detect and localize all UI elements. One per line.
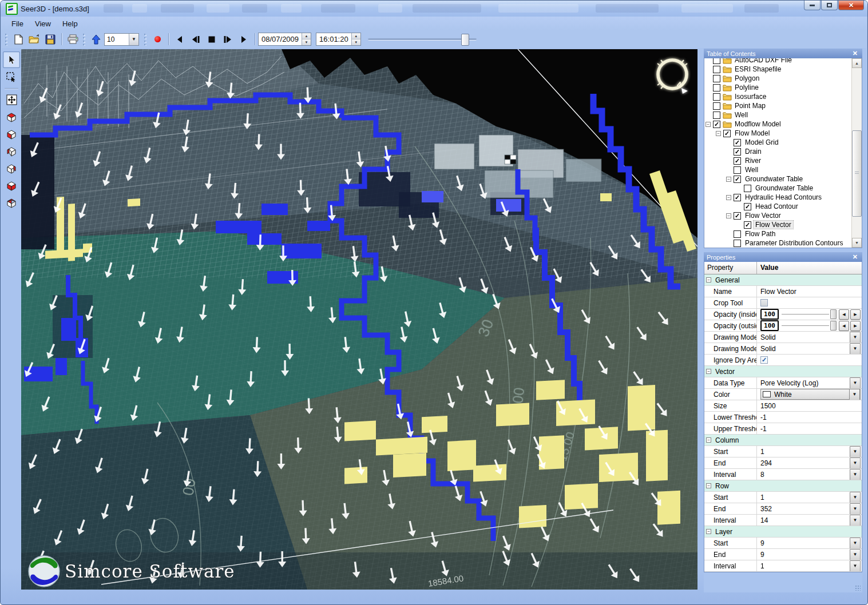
slider-right-icon[interactable]: ▶ bbox=[850, 321, 861, 331]
toc-item-hydraulic-head-contours[interactable]: −✓Hydraulic Head Contours bbox=[704, 193, 851, 202]
property-row-opacity-outside[interactable]: Opacity (outside100◀▶ bbox=[704, 320, 862, 332]
tree-expander-icon[interactable]: − bbox=[726, 213, 734, 218]
tree-checkbox[interactable] bbox=[713, 93, 720, 101]
new-file-button[interactable] bbox=[10, 31, 26, 47]
tree-checkbox[interactable] bbox=[734, 230, 741, 238]
property-row-interval[interactable]: Interval1▼ bbox=[704, 560, 862, 572]
toc-item-flow-vector[interactable]: ✓Flow Vector bbox=[704, 220, 851, 229]
tree-checkbox[interactable]: ✓ bbox=[713, 121, 720, 128]
opacity-slider-track[interactable] bbox=[782, 325, 829, 326]
property-row-general[interactable]: −General bbox=[704, 274, 862, 286]
property-row-end[interactable]: End9▼ bbox=[704, 549, 862, 560]
menu-view[interactable]: View bbox=[30, 18, 56, 30]
menu-file[interactable]: File bbox=[6, 18, 29, 30]
color-combo[interactable]: White▼ bbox=[760, 389, 861, 400]
toc-item-polyline[interactable]: Polyline bbox=[704, 83, 851, 92]
toc-item-parameter-distribution-contours[interactable]: Parameter Distribution Contours bbox=[704, 238, 851, 248]
minimize-button[interactable] bbox=[804, 1, 821, 10]
tree-checkbox[interactable] bbox=[713, 112, 720, 119]
chevron-down-icon[interactable]: ▼ bbox=[850, 492, 861, 503]
toc-item-model-grid[interactable]: ✓Model Grid bbox=[704, 138, 851, 147]
time-field[interactable]: 16:01:20 ▲▼ bbox=[316, 33, 361, 46]
view-right-button[interactable] bbox=[3, 160, 20, 177]
toc-item-isosurface[interactable]: Isosurface bbox=[704, 92, 851, 101]
capture-button[interactable] bbox=[88, 31, 104, 47]
play-forward-button[interactable] bbox=[236, 31, 252, 47]
step-reverse-button[interactable] bbox=[188, 31, 204, 47]
toc-item-flow-path[interactable]: Flow Path bbox=[704, 229, 851, 238]
chevron-down-icon[interactable]: ▼ bbox=[850, 446, 861, 457]
tree-checkbox[interactable] bbox=[734, 166, 741, 174]
play-reverse-button[interactable] bbox=[172, 31, 188, 47]
chevron-down-icon[interactable]: ▼ bbox=[129, 34, 138, 45]
toc-item-well[interactable]: Well bbox=[704, 110, 851, 120]
save-file-button[interactable] bbox=[42, 31, 58, 47]
view-bottom-button[interactable] bbox=[3, 126, 20, 142]
tree-checkbox[interactable]: ✓ bbox=[744, 203, 751, 210]
chevron-down-icon[interactable]: ▼ bbox=[849, 389, 860, 400]
property-row-layer[interactable]: −Layer bbox=[704, 526, 862, 538]
slider-left-icon[interactable]: ◀ bbox=[839, 321, 849, 331]
value-checkbox[interactable]: ✓ bbox=[760, 356, 768, 364]
print-button[interactable] bbox=[65, 31, 81, 47]
toc-item-well[interactable]: Well bbox=[704, 165, 851, 174]
chevron-down-icon[interactable]: ▼ bbox=[850, 538, 861, 548]
property-row-drawing-mode-[interactable]: Drawing Mode (Solid▼ bbox=[704, 332, 862, 343]
scroll-down-icon[interactable]: ▼ bbox=[852, 238, 862, 248]
tree-checkbox[interactable] bbox=[713, 66, 720, 73]
slider-left-icon[interactable]: ◀ bbox=[839, 309, 849, 320]
date-spinner[interactable]: ▲▼ bbox=[302, 33, 311, 45]
tree-checkbox[interactable] bbox=[713, 75, 720, 82]
property-row-ignore-dry-areas[interactable]: Ignore Dry Areas✓ bbox=[704, 355, 862, 366]
property-row-interval[interactable]: Interval8▼ bbox=[704, 469, 862, 480]
time-slider[interactable] bbox=[368, 33, 477, 45]
toc-item-flow-model[interactable]: −✓Flow Model bbox=[704, 129, 851, 138]
time-spinner[interactable]: ▲▼ bbox=[351, 33, 360, 45]
property-row-end[interactable]: End352▼ bbox=[704, 503, 862, 515]
scroll-up-icon[interactable]: ▲ bbox=[852, 58, 862, 68]
chevron-down-icon[interactable]: ▼ bbox=[850, 377, 861, 388]
toc-item-esri-shapefile[interactable]: ESRI Shapefile bbox=[704, 65, 851, 74]
property-row-column[interactable]: −Column bbox=[704, 435, 862, 446]
view-top-button[interactable] bbox=[3, 109, 20, 125]
view-left-button[interactable] bbox=[3, 143, 20, 160]
tree-checkbox[interactable]: ✓ bbox=[734, 148, 741, 156]
view-back-button[interactable] bbox=[3, 194, 20, 211]
toc-item-groundwater-table[interactable]: −✓Groundwater Table bbox=[704, 174, 851, 184]
collapse-icon[interactable]: − bbox=[706, 483, 711, 488]
title-bar[interactable]: Seer3D - [demo.s3d] ✕ bbox=[1, 1, 867, 17]
tree-checkbox[interactable]: ✓ bbox=[734, 139, 741, 146]
toc-item-groundwater-table[interactable]: Groundwater Table bbox=[704, 184, 851, 193]
toc-item-flow-vector[interactable]: −✓Flow Vector bbox=[704, 211, 851, 220]
step-forward-button[interactable] bbox=[220, 31, 236, 47]
property-row-interval[interactable]: Interval14▼ bbox=[704, 515, 862, 526]
chevron-down-icon[interactable]: ▼ bbox=[850, 503, 861, 514]
tree-checkbox[interactable] bbox=[734, 240, 741, 247]
maximize-button[interactable] bbox=[821, 1, 838, 10]
toc-item-drain[interactable]: ✓Drain bbox=[704, 147, 851, 156]
select-region-tool-button[interactable] bbox=[3, 69, 20, 85]
tree-checkbox[interactable] bbox=[713, 58, 720, 64]
record-button[interactable] bbox=[149, 31, 165, 47]
scroll-thumb[interactable] bbox=[852, 130, 862, 217]
tree-expander-icon[interactable]: − bbox=[726, 177, 734, 182]
tree-expander-icon[interactable]: − bbox=[726, 195, 734, 200]
property-row-lower-threshold[interactable]: Lower Threshold-1 bbox=[704, 412, 862, 423]
time-slider-track[interactable] bbox=[368, 38, 477, 41]
tree-checkbox[interactable] bbox=[713, 102, 720, 110]
toc-close-icon[interactable]: ✕ bbox=[851, 50, 859, 57]
collapse-icon[interactable]: − bbox=[706, 529, 711, 534]
property-row-drawing-mode-[interactable]: Drawing Mode (Solid▼ bbox=[704, 343, 862, 355]
chevron-down-icon[interactable]: ▼ bbox=[850, 457, 861, 468]
collapse-icon[interactable]: − bbox=[706, 277, 711, 282]
chevron-down-icon[interactable]: ▼ bbox=[850, 343, 861, 354]
view-front-button[interactable] bbox=[3, 177, 20, 194]
property-row-start[interactable]: Start1▼ bbox=[704, 492, 862, 503]
tree-checkbox[interactable]: ✓ bbox=[744, 221, 751, 229]
property-row-upper-threshold[interactable]: Upper Threshold-1 bbox=[704, 423, 862, 435]
toc-item-head-contour[interactable]: ✓Head Contour bbox=[704, 202, 851, 211]
tree-checkbox[interactable] bbox=[713, 84, 720, 91]
collapse-icon[interactable]: − bbox=[706, 437, 711, 443]
pointer-tool-button[interactable] bbox=[3, 51, 20, 68]
toc-item-point-map[interactable]: Point Map bbox=[704, 101, 851, 110]
